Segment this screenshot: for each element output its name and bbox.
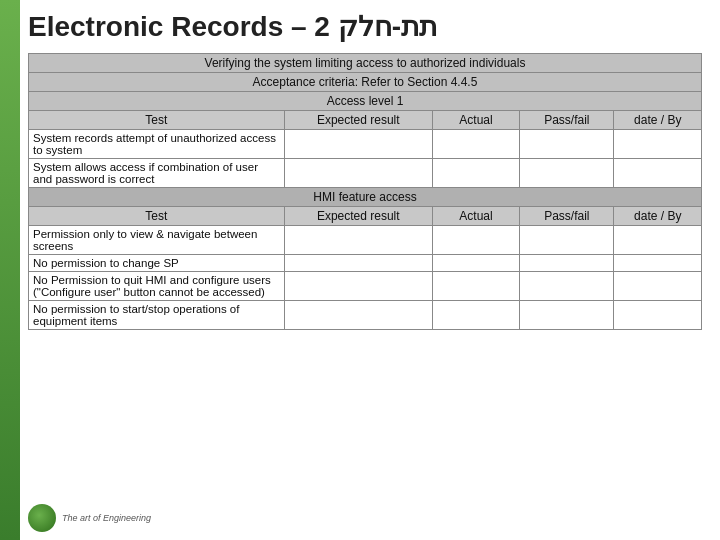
date-cell (614, 159, 702, 188)
expected-cell (284, 272, 432, 301)
test-cell: System allows access if combination of u… (29, 159, 285, 188)
table-row: Permission only to view & navigate betwe… (29, 226, 702, 255)
header-row-3: Access level 1 (29, 92, 702, 111)
date-cell (614, 255, 702, 272)
actual-cell (432, 272, 519, 301)
passfail-cell (520, 272, 614, 301)
header-cell-3: Access level 1 (29, 92, 702, 111)
test-cell: No permission to change SP (29, 255, 285, 272)
actual-cell (432, 130, 519, 159)
passfail-cell (520, 301, 614, 330)
date-cell (614, 226, 702, 255)
green-bar (0, 0, 20, 540)
date-cell (614, 130, 702, 159)
footer-logo (28, 504, 56, 532)
footer: The art of Engineering (28, 504, 151, 532)
col-test-2: Test (29, 207, 285, 226)
expected-cell (284, 301, 432, 330)
date-cell (614, 301, 702, 330)
passfail-cell (520, 255, 614, 272)
col-actual-1: Actual (432, 111, 519, 130)
col-actual-2: Actual (432, 207, 519, 226)
date-cell (614, 272, 702, 301)
actual-cell (432, 226, 519, 255)
col-header-row-2: Test Expected result Actual Pass/fail da… (29, 207, 702, 226)
header-cell-1: Verifying the system limiting access to … (29, 54, 702, 73)
passfail-cell (520, 130, 614, 159)
col-passfail-1: Pass/fail (520, 111, 614, 130)
main-table: Verifying the system limiting access to … (28, 53, 702, 330)
header-row-2: Acceptance criteria: Refer to Section 4.… (29, 73, 702, 92)
expected-cell (284, 159, 432, 188)
header-row-1: Verifying the system limiting access to … (29, 54, 702, 73)
test-cell: Permission only to view & navigate betwe… (29, 226, 285, 255)
expected-cell (284, 226, 432, 255)
passfail-cell (520, 159, 614, 188)
table-row: No permission to start/stop operations o… (29, 301, 702, 330)
passfail-cell (520, 226, 614, 255)
test-cell: System records attempt of unauthorized a… (29, 130, 285, 159)
actual-cell (432, 159, 519, 188)
test-cell: No permission to start/stop operations o… (29, 301, 285, 330)
test-cell: No Permission to quit HMI and configure … (29, 272, 285, 301)
col-header-row-1: Test Expected result Actual Pass/fail da… (29, 111, 702, 130)
hmi-header-row: HMI feature access (29, 188, 702, 207)
col-date-1: date / By (614, 111, 702, 130)
actual-cell (432, 255, 519, 272)
table-row: No permission to change SP (29, 255, 702, 272)
col-expected-2: Expected result (284, 207, 432, 226)
footer-text: The art of Engineering (62, 513, 151, 523)
col-expected-1: Expected result (284, 111, 432, 130)
col-date-2: date / By (614, 207, 702, 226)
page-title: Electronic Records – 2 תת-חלק (28, 10, 702, 43)
expected-cell (284, 130, 432, 159)
table-row: No Permission to quit HMI and configure … (29, 272, 702, 301)
col-passfail-2: Pass/fail (520, 207, 614, 226)
table-row: System allows access if combination of u… (29, 159, 702, 188)
table-row: System records attempt of unauthorized a… (29, 130, 702, 159)
page: Electronic Records – 2 תת-חלק Verifying … (0, 0, 720, 540)
header-cell-2: Acceptance criteria: Refer to Section 4.… (29, 73, 702, 92)
actual-cell (432, 301, 519, 330)
expected-cell (284, 255, 432, 272)
hmi-header-cell: HMI feature access (29, 188, 702, 207)
col-test-1: Test (29, 111, 285, 130)
